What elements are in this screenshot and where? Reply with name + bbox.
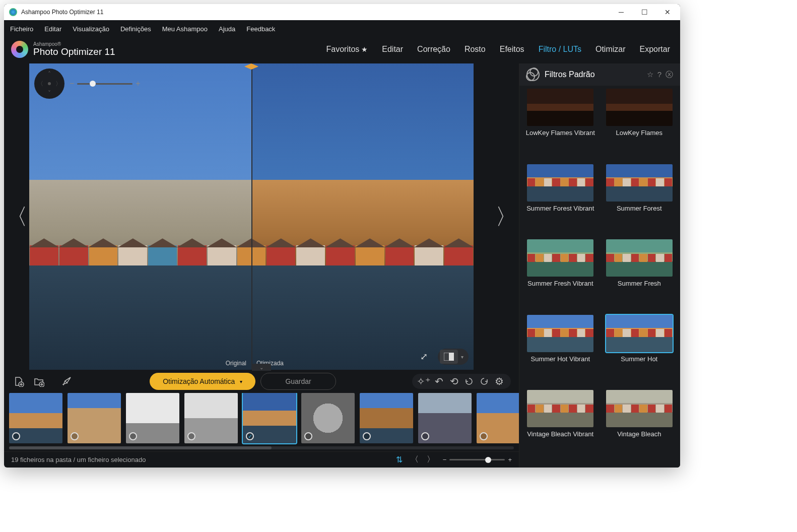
thumb-checkmark[interactable] [71,432,79,440]
filter-item[interactable]: Summer Fresh Vibrant [524,239,596,312]
zoom-in-icon[interactable]: + [136,79,140,88]
filter-item[interactable]: Summer Forest Vibrant [524,164,596,237]
action-group: ✧⁺ ↶ ⟲ ⚙ [412,374,511,389]
header-tab-2[interactable]: Correção [417,45,450,54]
status-text: 19 ficheiros na pasta / um ficheiro sele… [11,456,146,463]
header-tab-5[interactable]: Filtro / LUTs [539,45,581,54]
filter-thumb [606,164,673,202]
auto-optimize-button[interactable]: Otimização Automática ▾ [150,373,255,390]
menu-view[interactable]: Visualização [73,25,109,33]
panel-title: Filtros Padrão [545,70,595,79]
filter-label: Summer Forest [617,205,662,221]
compare-mode-dropdown[interactable]: ▾ [458,354,467,360]
filter-item[interactable]: Summer Forest [604,164,676,237]
close-panel-icon[interactable]: ⓧ [666,70,673,80]
filter-label: Summer Hot Vibrant [530,355,590,371]
help-icon[interactable]: ? [657,70,661,80]
filter-thumb [527,239,593,277]
filters-panel: Filtros Padrão ☆ ? ⓧ LowKey Flames Vibra… [519,63,680,468]
size-minus-icon[interactable]: − [443,456,447,463]
menu-edit[interactable]: Editar [44,25,61,33]
magic-wand-icon[interactable]: ✧⁺ [416,375,431,388]
thumbnail[interactable] [418,393,472,443]
split-view-button[interactable] [440,350,458,364]
zoom-slider[interactable]: − + [70,79,141,88]
thumbnail[interactable] [126,393,179,443]
add-folder-icon[interactable] [32,375,45,388]
zoom-out-icon[interactable]: − [70,79,74,88]
thumb-checkmark[interactable] [304,432,312,440]
brand: Ashampoo® Photo Optimizer 11 [11,41,115,58]
thumbnail[interactable] [477,393,519,443]
header-tab-4[interactable]: Efeitos [500,45,524,54]
add-file-icon[interactable] [12,375,25,388]
thumbnail[interactable] [360,393,413,443]
compare-handle[interactable] [244,63,258,70]
maximize-button[interactable]: ☐ [633,4,656,20]
thumbnail[interactable] [184,393,238,443]
header-tab-0[interactable]: Favoritos★ [326,45,368,54]
menu-feedback[interactable]: Feedback [246,25,275,33]
thumb-checkmark[interactable] [363,432,371,440]
pan-dpad[interactable]: ˄˅ 〈〉 [34,69,64,99]
compare-divider[interactable] [251,63,252,370]
filter-item[interactable]: Summer Fresh [604,239,676,312]
filter-item[interactable]: LowKey Flames [604,89,676,161]
header-tab-1[interactable]: Editar [382,45,403,54]
filter-thumb [527,315,593,352]
thumb-checkmark[interactable] [187,432,195,440]
thumb-checkmark[interactable] [480,432,488,440]
filter-thumb [606,390,673,427]
filmstrip-scrollbar[interactable] [4,445,519,451]
size-plus-icon[interactable]: + [508,456,512,463]
prev-page-icon[interactable]: 〈 [411,454,419,465]
next-page-icon[interactable]: 〉 [427,454,435,465]
undo-icon[interactable]: ↶ [431,375,446,388]
viewer-area: 〈 [4,63,519,370]
undo-all-icon[interactable]: ⟲ [446,375,461,388]
filter-item[interactable]: Vintage Bleach Vibrant [524,390,596,462]
header-tab-6[interactable]: Otimizar [595,45,626,54]
thumbnail[interactable] [301,393,355,443]
filter-thumb [527,89,593,126]
minimize-button[interactable]: ─ [610,4,633,20]
gear-icon[interactable]: ⚙ [492,375,507,388]
close-button[interactable]: ✕ [656,4,679,20]
thumb-checkmark[interactable] [12,432,20,440]
filter-thumb [606,315,673,352]
sort-icon[interactable]: ⇅ [396,455,403,464]
thumb-checkmark[interactable] [129,432,137,440]
filter-thumb [527,390,593,427]
thumbnail[interactable] [9,393,62,443]
chevron-down-icon: ▾ [240,379,242,384]
compare-mode-group: ▾ [438,349,469,365]
save-button[interactable]: Guardar [260,373,336,390]
filter-item[interactable]: Summer Hot Vibrant [524,315,596,387]
rotate-left-icon[interactable] [461,375,477,388]
menu-settings[interactable]: Definições [120,25,151,33]
thumb-checkmark[interactable] [421,432,429,440]
filter-item[interactable]: LowKey Flames Vibrant [524,89,596,161]
brush-icon[interactable] [60,375,74,388]
fullscreen-button[interactable]: ⤢ [415,349,433,365]
menu-myashampoo[interactable]: Meu Ashampoo [162,25,208,33]
next-image-button[interactable]: 〉 [494,202,519,232]
filter-label: LowKey Flames [616,129,662,145]
menu-help[interactable]: Ajuda [219,25,235,33]
filter-item[interactable]: Vintage Bleach [604,390,676,462]
filter-label: LowKey Flames Vibrant [526,129,595,145]
thumb-checkmark[interactable]: ✓ [246,432,254,440]
thumbnail[interactable] [68,393,121,443]
collapse-filmstrip-button[interactable]: ⌄ [252,364,271,371]
prev-image-button[interactable]: 〈 [4,202,29,232]
favorite-icon[interactable]: ☆ [647,70,653,80]
header-tab-7[interactable]: Exportar [640,45,670,54]
filter-item[interactable]: Summer Hot [604,315,676,387]
image-canvas[interactable] [29,63,474,370]
thumbnail[interactable]: ✓ [243,393,296,443]
rotate-right-icon[interactable] [477,375,492,388]
filter-label: Vintage Bleach Vibrant [527,430,593,446]
header-tab-3[interactable]: Rosto [464,45,486,54]
thumb-size-slider[interactable]: − + [443,456,512,463]
menu-file[interactable]: Ficheiro [10,25,33,33]
